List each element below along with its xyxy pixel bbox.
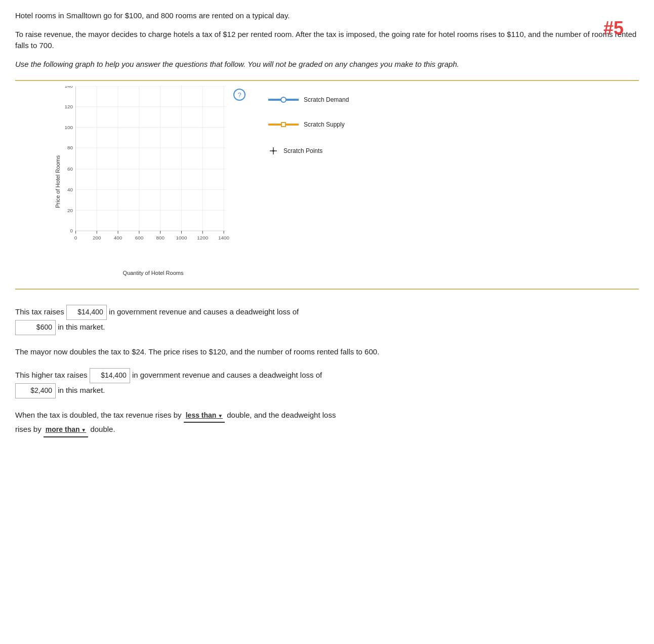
legend-points: Scratch Points xyxy=(268,146,349,156)
comparison-prefix: When the tax is doubled, the tax revenue… xyxy=(15,411,182,419)
graph-section: ? Price of Hotel Rooms xyxy=(15,80,639,290)
first-tax-section: This tax raises $14,400 in government re… xyxy=(15,305,639,335)
comparison-middle: double, and the deadweight loss xyxy=(227,411,336,419)
second-tax-middle: in government revenue and causes a deadw… xyxy=(132,371,322,379)
comparison-dwl-prefix: rises by xyxy=(15,425,42,433)
svg-text:20: 20 xyxy=(67,208,73,213)
second-tax-dwl-input[interactable]: $2,400 xyxy=(15,383,56,398)
intro-paragraph1: Hotel rooms in Smalltown go for $100, an… xyxy=(15,10,639,22)
chart-svg: 0 20 40 60 80 100 120 140 0 200 400 600 … xyxy=(58,86,238,253)
svg-text:200: 200 xyxy=(93,235,101,240)
second-scenario-section: The mayor now doubles the tax to $24. Th… xyxy=(15,345,639,358)
dwl-change-dropdown[interactable]: more than xyxy=(44,423,88,437)
svg-text:100: 100 xyxy=(64,125,73,130)
second-tax-suffix: in this market. xyxy=(58,386,105,394)
first-tax-revenue-input[interactable]: $14,400 xyxy=(66,305,107,320)
legend-points-label: Scratch Points xyxy=(283,147,322,154)
graph-instruction: Use the following graph to help you answ… xyxy=(15,59,639,70)
second-tax-revenue-input[interactable]: $14,400 xyxy=(90,368,130,383)
legend-supply: Scratch Supply xyxy=(268,121,349,128)
svg-text:140: 140 xyxy=(64,86,73,89)
svg-text:600: 600 xyxy=(135,235,144,240)
svg-text:1400: 1400 xyxy=(218,235,230,240)
svg-text:40: 40 xyxy=(67,187,73,192)
comparison-suffix: double. xyxy=(90,425,115,433)
second-tax-section: This higher tax raises $14,400 in govern… xyxy=(15,368,639,398)
revenue-change-dropdown[interactable]: less than xyxy=(184,409,225,423)
second-scenario-text: The mayor now doubles the tax to $24. Th… xyxy=(15,345,639,358)
svg-text:60: 60 xyxy=(67,166,73,172)
first-tax-dwl-input[interactable]: $600 xyxy=(15,320,56,335)
legend-demand-label: Scratch Demand xyxy=(304,96,349,103)
svg-point-42 xyxy=(272,150,274,152)
svg-text:400: 400 xyxy=(114,235,122,240)
first-tax-prefix: This tax raises xyxy=(15,307,64,316)
first-tax-suffix: in this market. xyxy=(58,323,105,331)
question-number: #5 xyxy=(603,18,624,39)
svg-text:0: 0 xyxy=(70,228,73,233)
svg-text:120: 120 xyxy=(64,104,73,109)
svg-text:0: 0 xyxy=(74,235,77,240)
svg-text:80: 80 xyxy=(67,145,73,150)
intro-paragraph2: To raise revenue, the mayor decides to c… xyxy=(15,29,639,52)
svg-text:800: 800 xyxy=(156,235,165,240)
legend-demand: Scratch Demand xyxy=(268,96,349,103)
svg-text:1200: 1200 xyxy=(197,235,209,240)
first-tax-middle: in government revenue and causes a deadw… xyxy=(109,307,299,316)
legend-supply-label: Scratch Supply xyxy=(304,121,345,128)
comparison-section: When the tax is doubled, the tax revenue… xyxy=(15,409,639,438)
second-tax-prefix: This higher tax raises xyxy=(15,371,88,379)
chart-legend: Scratch Demand Scratch Supply Sc xyxy=(268,86,349,174)
svg-text:1000: 1000 xyxy=(176,235,187,240)
x-axis-label: Quantity of Hotel Rooms xyxy=(58,270,248,276)
